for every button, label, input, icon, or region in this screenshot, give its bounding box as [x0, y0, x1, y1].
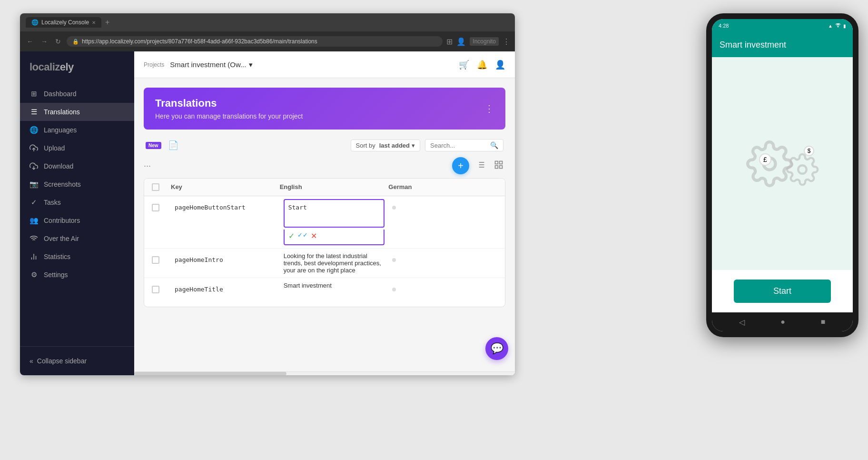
discard-edit-button[interactable]: ✕	[311, 231, 317, 240]
row-english[interactable]: Smart investment	[280, 278, 389, 293]
sidebar-item-over-the-air[interactable]: Over the Air	[20, 230, 134, 248]
cart-icon[interactable]: 🛒	[459, 60, 469, 70]
file-icon: 📄	[168, 140, 178, 150]
sidebar-item-statistics[interactable]: Statistics	[20, 248, 134, 266]
row-key: pageHomeIntro	[171, 249, 280, 271]
phone-content: £ $	[712, 57, 853, 270]
project-name: Smart investment (Ow...	[170, 60, 246, 69]
main-content: Projects Smart investment (Ow... ▾ 🛒 🔔 👤	[134, 51, 515, 375]
sidebar-item-languages[interactable]: 🌐 Languages	[20, 121, 134, 139]
content-area: Translations Here you can manage transla…	[134, 78, 515, 371]
phone-start-button[interactable]: Start	[734, 280, 831, 303]
phone-recent-button[interactable]: ■	[821, 318, 826, 326]
header-english: English	[280, 183, 389, 191]
sidebar-item-label: Dashboard	[44, 90, 77, 98]
user-icon[interactable]: 👤	[495, 60, 505, 70]
logo-accent: ely	[60, 61, 74, 73]
back-button[interactable]: ←	[25, 37, 35, 46]
table-row: pageHomeButtonStart Start ✓ ✓✓ ✕	[144, 196, 505, 249]
sidebar-item-dashboard[interactable]: ⊞ Dashboard	[20, 85, 134, 103]
search-icon: 🔍	[490, 141, 498, 149]
confirm-edit-button[interactable]: ✓	[288, 231, 295, 240]
add-translation-button[interactable]: +	[452, 157, 469, 174]
search-box[interactable]: 🔍	[425, 139, 503, 151]
edit-textarea[interactable]: Start	[284, 199, 385, 228]
phone-mockup: 4:28 ▲ ▮ Smart investment	[706, 13, 858, 347]
new-tab-button[interactable]: +	[105, 18, 109, 27]
sidebar-nav: ⊞ Dashboard ☰ Translations 🌐 Languages	[20, 81, 134, 346]
svg-rect-13	[500, 161, 503, 164]
banner-subtitle: Here you can manage translations for you…	[155, 112, 303, 120]
settings-icon: ⚙	[30, 270, 38, 279]
search-input[interactable]	[430, 142, 487, 149]
sidebar-item-label: Statistics	[44, 253, 70, 260]
browser-window: 🌐 Localizely Console ✕ + ← → ↻ 🔒 https:/…	[20, 13, 515, 375]
scroll-thumb[interactable]	[134, 372, 286, 375]
banner-title: Translations	[155, 97, 303, 110]
row-english-editing[interactable]: Start ✓ ✓✓ ✕	[280, 196, 389, 248]
sidebar-item-label: Settings	[44, 271, 68, 279]
row-checkbox[interactable]	[152, 278, 171, 301]
sidebar-item-screenshots[interactable]: 📷 Screenshots	[20, 175, 134, 193]
row-checkbox[interactable]	[152, 249, 171, 271]
sidebar: localizely ⊞ Dashboard ☰ Translations 🌐 …	[20, 51, 134, 375]
phone-outer: 4:28 ▲ ▮ Smart investment	[706, 13, 858, 337]
sidebar-item-tasks[interactable]: ✓ Tasks	[20, 193, 134, 211]
browser-toolbar: ← → ↻ 🔒 https://app.localizely.com/proje…	[20, 31, 515, 51]
sidebar-item-download[interactable]: Download	[20, 157, 134, 175]
sidebar-item-label: Over the Air	[44, 235, 79, 242]
row-english[interactable]: Looking for the latest industrial trends…	[280, 249, 389, 278]
gear-animation: £ $	[746, 140, 819, 188]
signal-icon: ▲	[828, 23, 833, 29]
grid-view-button[interactable]	[492, 158, 505, 174]
phone-home-button[interactable]: ●	[780, 318, 785, 326]
sort-dropdown[interactable]: Sort by last added ▾	[351, 140, 420, 151]
reload-button[interactable]: ↻	[53, 37, 63, 46]
sidebar-logo: localizely	[20, 51, 134, 81]
tab-close-button[interactable]: ✕	[92, 20, 96, 25]
browser-tab[interactable]: 🌐 Localizely Console ✕	[26, 17, 101, 28]
svg-rect-14	[495, 165, 498, 168]
auto-translate-button[interactable]: ✓✓	[297, 231, 308, 240]
upload-icon	[30, 144, 38, 152]
contributors-icon: 👥	[30, 216, 38, 225]
sidebar-item-settings[interactable]: ⚙ Settings	[20, 266, 134, 284]
sidebar-item-upload[interactable]: Upload	[20, 139, 134, 157]
logo-text: localiz	[30, 61, 60, 73]
chat-button[interactable]: 💬	[485, 337, 508, 360]
sidebar-item-label: Contributors	[44, 217, 80, 224]
collapse-sidebar-button[interactable]: « Collapse sidebar	[20, 352, 134, 370]
sort-arrow: ▾	[412, 142, 415, 149]
tab-label: Localizely Console	[41, 19, 89, 26]
top-bar-icons: 🛒 🔔 👤	[459, 60, 505, 70]
header-checkbox[interactable]	[152, 183, 171, 191]
sidebar-item-translations[interactable]: ☰ Translations	[20, 103, 134, 121]
bell-icon[interactable]: 🔔	[477, 60, 487, 70]
project-selector[interactable]: Smart investment (Ow... ▾	[170, 60, 253, 69]
table-header: Key English German	[144, 179, 505, 196]
ota-icon	[30, 234, 38, 243]
sidebar-item-contributors[interactable]: 👥 Contributors	[20, 211, 134, 230]
phone-back-button[interactable]: ◁	[739, 318, 745, 327]
currency-badge-2: $	[804, 146, 814, 156]
more-options-icon[interactable]: ⋮	[503, 37, 510, 46]
currency-badge: £	[759, 153, 771, 166]
collapse-icon: «	[30, 357, 33, 365]
translations-table: Key English German pageHomeButtonStart S…	[144, 178, 505, 307]
incognito-badge: Incognito	[470, 37, 499, 46]
filter-button[interactable]	[474, 158, 487, 174]
horizontal-scrollbar[interactable]	[134, 371, 515, 375]
tasks-icon: ✓	[30, 198, 38, 207]
more-options-button[interactable]: ···	[144, 161, 151, 171]
address-bar[interactable]: 🔒 https://app.localizely.com/projects/80…	[67, 36, 443, 47]
row-checkbox[interactable]	[152, 196, 171, 219]
battery-icon: ▮	[843, 23, 846, 29]
extensions-icon[interactable]: ⊞	[446, 37, 453, 46]
row-german	[388, 196, 497, 217]
profile-icon[interactable]: 👤	[456, 37, 466, 46]
collapse-label: Collapse sidebar	[37, 357, 87, 365]
toolbar-row: New 📄 Sort by last added ▾ 🔍	[144, 139, 505, 151]
banner-menu-button[interactable]: ⋮	[484, 103, 494, 114]
download-icon	[30, 162, 38, 170]
forward-button[interactable]: →	[39, 37, 49, 46]
